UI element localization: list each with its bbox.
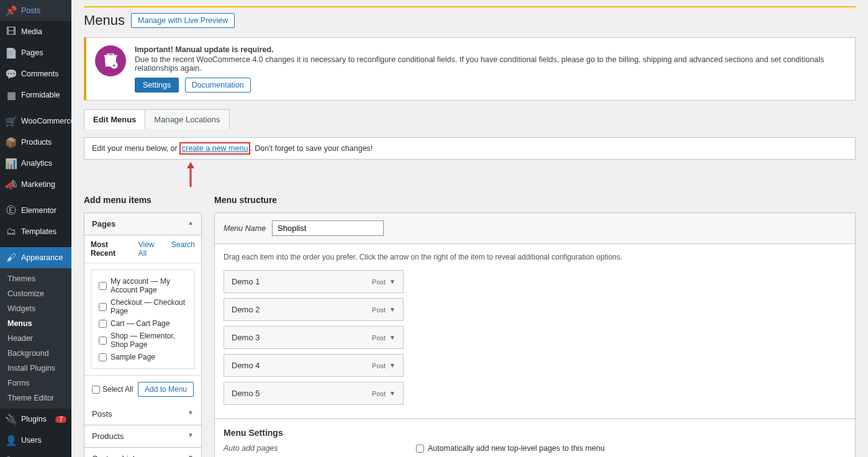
page-title: Menus [84, 12, 125, 29]
subtab-most-recent[interactable]: Most Recent [84, 235, 132, 263]
admin-sidebar: 📌Posts 🎞Media 📄Pages 💬Comments ▦Formidab… [0, 0, 71, 457]
media-icon: 🎞 [5, 25, 17, 38]
info-bar-before: Edit your menu below, or [92, 144, 179, 153]
menu-items-list: Demo 1Post▼ Demo 2Post▼ Demo 3Post▼ Demo… [224, 270, 846, 405]
chevron-up-icon: ▲ [188, 219, 194, 228]
sidebar-item-posts[interactable]: 📌Posts [0, 0, 71, 21]
shopping-bag-icon: + [95, 45, 126, 76]
panel-products-header[interactable]: Products▼ [84, 425, 201, 448]
submenu-customize[interactable]: Customize [0, 286, 71, 301]
sidebar-item-woocommerce[interactable]: 🛒WooCommerce [0, 111, 71, 132]
sidebar-item-appearance[interactable]: 🖌Appearance [0, 247, 71, 268]
woocommerce-icon: 🛒 [5, 115, 17, 127]
auto-add-checkbox[interactable]: Automatically add new top-level pages to… [416, 444, 605, 453]
add-items-title: Add menu items [84, 195, 202, 205]
manage-live-preview-button[interactable]: Manage with Live Preview [131, 13, 235, 28]
plugins-update-badge: 7 [55, 416, 66, 423]
chevron-down-icon: ▼ [188, 454, 194, 457]
pages-checklist: My account — My Account Page Checkout — … [91, 269, 195, 369]
info-bar-after: . Don't forget to save your changes! [250, 144, 373, 153]
pin-icon: 📌 [5, 4, 17, 17]
menu-item-row[interactable]: Demo 4Post▼ [224, 354, 404, 377]
sidebar-item-analytics[interactable]: 📊Analytics [0, 153, 71, 174]
menu-name-label: Menu Name [224, 224, 266, 233]
chevron-down-icon: ▼ [389, 390, 396, 397]
page-checkbox-item[interactable]: Sample Page [99, 351, 187, 363]
plugins-icon: 🔌 [5, 413, 17, 425]
chevron-down-icon: ▼ [389, 362, 396, 369]
sidebar-item-plugins[interactable]: 🔌Plugins7 [0, 409, 71, 430]
page-checkbox-item[interactable]: Cart — Cart Page [99, 317, 187, 330]
notice-settings-button[interactable]: Settings [135, 78, 179, 93]
checkbox[interactable] [99, 353, 107, 361]
checkbox[interactable] [99, 303, 107, 311]
marketing-icon: 📣 [5, 178, 17, 191]
menu-item-row[interactable]: Demo 2Post▼ [224, 298, 404, 321]
sidebar-item-marketing[interactable]: 📣Marketing [0, 174, 71, 195]
menu-item-row[interactable]: Demo 1Post▼ [224, 270, 404, 293]
appearance-icon: 🖌 [5, 251, 17, 264]
analytics-icon: 📊 [5, 157, 17, 170]
appearance-submenu: Themes Customize Widgets Menus Header Ba… [0, 268, 71, 409]
submenu-widgets[interactable]: Widgets [0, 301, 71, 316]
menu-item-row[interactable]: Demo 3Post▼ [224, 326, 404, 349]
sidebar-item-products[interactable]: 📦Products [0, 132, 71, 153]
create-new-menu-link[interactable]: create a new menu [182, 144, 248, 153]
svg-text:+: + [112, 63, 116, 69]
page-icon: 📄 [5, 47, 17, 59]
sidebar-item-pages[interactable]: 📄Pages [0, 42, 71, 63]
panel-custom-links-header[interactable]: Custom Links▼ [84, 448, 201, 457]
menu-name-input[interactable] [272, 220, 384, 236]
checkbox[interactable] [92, 386, 100, 394]
chevron-down-icon: ▼ [389, 278, 396, 285]
submenu-menus[interactable]: Menus [0, 316, 71, 331]
templates-icon: 🗂 [5, 225, 17, 238]
subtab-view-all[interactable]: View All [132, 235, 165, 263]
sidebar-item-users[interactable]: 👤Users [0, 430, 71, 451]
panel-posts-header[interactable]: Posts▼ [84, 403, 201, 425]
auto-add-label: Auto add pages [224, 444, 416, 455]
checkbox[interactable] [99, 282, 107, 290]
drag-hint: Drag each item into the order you prefer… [224, 253, 846, 261]
sidebar-item-formidable[interactable]: ▦Formidable [0, 84, 71, 106]
tab-manage-locations[interactable]: Manage Locations [145, 110, 228, 129]
checkbox[interactable] [416, 445, 424, 453]
submenu-background[interactable]: Background [0, 346, 71, 361]
info-bar: Edit your menu below, or create a new me… [84, 137, 856, 160]
menu-tabs: Edit Menus Manage Locations [84, 109, 230, 129]
submenu-forms[interactable]: Forms [0, 376, 71, 391]
page-checkbox-item[interactable]: Checkout — Checkout Page [99, 296, 187, 317]
main-content: Menus Manage with Live Preview + Importa… [71, 0, 868, 457]
menu-settings-title: Menu Settings [224, 428, 846, 438]
submenu-install-plugins[interactable]: Install Plugins [0, 361, 71, 376]
formidable-icon: ▦ [5, 89, 17, 101]
subtab-search[interactable]: Search [165, 235, 201, 263]
sidebar-item-tools[interactable]: 🔧Tools [0, 451, 71, 457]
menu-item-row[interactable]: Demo 5Post▼ [224, 382, 404, 405]
chevron-down-icon: ▼ [389, 306, 396, 313]
top-accent-bar [84, 6, 856, 7]
users-icon: 👤 [5, 434, 17, 446]
page-checkbox-item[interactable]: My account — My Account Page [99, 275, 187, 296]
checkbox[interactable] [99, 320, 107, 328]
panel-pages-header[interactable]: Pages▲ [84, 213, 201, 235]
submenu-theme-editor[interactable]: Theme Editor [0, 391, 71, 405]
sidebar-item-media[interactable]: 🎞Media [0, 21, 71, 42]
sidebar-item-templates[interactable]: 🗂Templates [0, 221, 71, 242]
notice-text: Due to the recent WooCommerce 4.0 change… [135, 55, 824, 73]
select-all-checkbox[interactable]: Select All [92, 385, 133, 394]
page-checkbox-item[interactable]: Shop — Elementor, Shop Page [99, 330, 187, 351]
checkbox[interactable] [99, 337, 107, 345]
add-to-menu-button[interactable]: Add to Menu [138, 382, 194, 397]
menu-structure-title: Menu structure [214, 195, 856, 205]
tab-edit-menus[interactable]: Edit Menus [84, 110, 145, 129]
notice-docs-button[interactable]: Documentation [185, 78, 251, 93]
submenu-themes[interactable]: Themes [0, 271, 71, 286]
annotation-arrow [183, 162, 856, 189]
sidebar-item-elementor[interactable]: ⒺElementor [0, 200, 71, 221]
sidebar-item-comments[interactable]: 💬Comments [0, 63, 71, 84]
submenu-header[interactable]: Header [0, 331, 71, 346]
comment-icon: 💬 [5, 68, 17, 80]
products-icon: 📦 [5, 136, 17, 148]
chevron-down-icon: ▼ [188, 409, 194, 419]
